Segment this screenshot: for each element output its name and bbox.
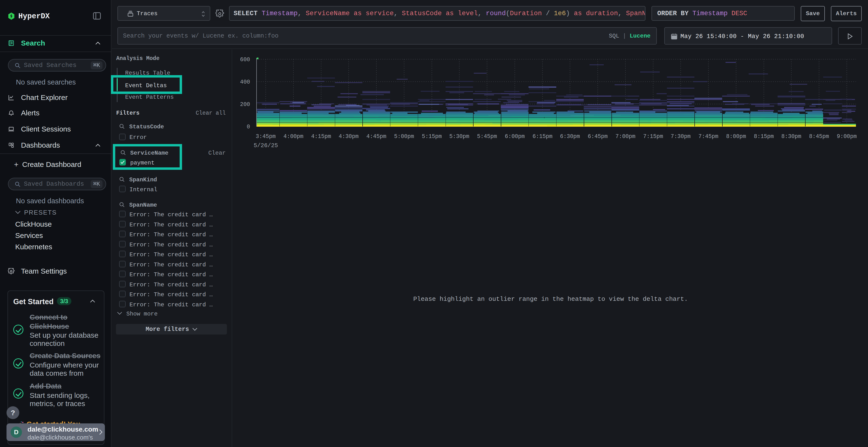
svg-text:6:00pm: 6:00pm: [505, 133, 525, 140]
svg-text:4:15pm: 4:15pm: [311, 133, 331, 140]
svg-text:5:30pm: 5:30pm: [450, 133, 469, 140]
svg-text:4:45pm: 4:45pm: [367, 133, 386, 140]
svg-text:3:45pm: 3:45pm: [256, 133, 276, 140]
svg-text:8:00pm: 8:00pm: [726, 133, 746, 140]
svg-text:7:30pm: 7:30pm: [671, 133, 691, 140]
svg-text:6:15pm: 6:15pm: [533, 133, 553, 140]
svg-text:5:00pm: 5:00pm: [394, 133, 414, 140]
svg-text:0: 0: [247, 124, 250, 130]
svg-text:5:15pm: 5:15pm: [422, 133, 442, 140]
svg-text:9:00pm: 9:00pm: [837, 133, 857, 140]
svg-text:4:30pm: 4:30pm: [339, 133, 359, 140]
svg-text:6:45pm: 6:45pm: [588, 133, 608, 140]
svg-text:5:45pm: 5:45pm: [477, 133, 497, 140]
svg-text:4:00pm: 4:00pm: [283, 133, 304, 140]
svg-text:6:30pm: 6:30pm: [560, 133, 580, 140]
svg-text:600: 600: [240, 57, 250, 63]
svg-text:5/26/25: 5/26/25: [254, 142, 278, 149]
svg-text:7:00pm: 7:00pm: [616, 133, 636, 140]
svg-text:8:15pm: 8:15pm: [754, 133, 774, 140]
svg-text:8:30pm: 8:30pm: [781, 133, 802, 140]
svg-text:8:45pm: 8:45pm: [809, 133, 829, 140]
svg-text:7:45pm: 7:45pm: [699, 133, 718, 140]
svg-text:7:15pm: 7:15pm: [643, 133, 663, 140]
svg-text:200: 200: [240, 101, 250, 108]
svg-text:400: 400: [240, 79, 250, 85]
